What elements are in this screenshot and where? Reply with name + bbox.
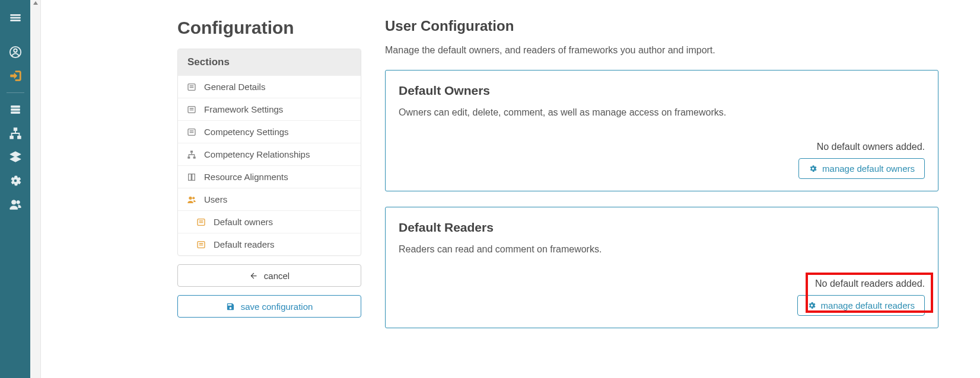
section-label: Default owners: [214, 217, 273, 227]
svg-point-1: [14, 49, 17, 53]
svg-rect-4: [17, 136, 20, 139]
sections-list: General Details Framework Settings Compe…: [178, 75, 361, 255]
sections-header: Sections: [178, 49, 361, 75]
section-resource-alignments[interactable]: Resource Alignments: [178, 165, 361, 188]
user-circle-icon[interactable]: [0, 40, 30, 64]
hamburger-icon[interactable]: [0, 6, 30, 30]
section-competency-relationships[interactable]: Competency Relationships: [178, 143, 361, 165]
section-label: Default readers: [214, 239, 275, 249]
scrollbar-gutter[interactable]: [30, 0, 41, 378]
owners-title: Default Owners: [399, 84, 925, 98]
save-button[interactable]: save configuration: [177, 295, 361, 318]
svg-point-14: [192, 197, 195, 199]
subsection-default-readers[interactable]: Default readers: [178, 233, 361, 255]
svg-rect-3: [9, 136, 13, 139]
section-framework-settings[interactable]: Framework Settings: [178, 98, 361, 120]
users-icon: [186, 195, 197, 204]
gear-icon: [807, 301, 816, 310]
section-label: Competency Settings: [204, 127, 289, 137]
section-label: Competency Relationships: [204, 149, 310, 159]
svg-point-13: [189, 196, 192, 199]
default-readers-card: Default Readers Readers can read and com…: [385, 207, 938, 328]
page-title: Configuration: [177, 18, 361, 38]
readers-desc: Readers can read and comment on framewor…: [399, 244, 925, 255]
readers-empty: No default readers added.: [815, 278, 925, 289]
form-icon: [186, 105, 197, 114]
manage-owners-label: manage default owners: [822, 164, 915, 174]
cancel-label: cancel: [264, 271, 289, 281]
svg-rect-2: [14, 128, 17, 131]
section-users[interactable]: Users: [178, 188, 361, 210]
save-icon: [226, 302, 235, 311]
manage-readers-label: manage default readers: [821, 300, 915, 310]
sections-panel: Sections General Details Framework Setti…: [177, 49, 361, 256]
list-icon[interactable]: [0, 98, 30, 121]
manage-readers-button[interactable]: manage default readers: [797, 295, 925, 316]
default-owners-card: Default Owners Owners can edit, delete, …: [385, 70, 938, 191]
svg-point-5: [11, 200, 15, 204]
svg-rect-10: [190, 150, 193, 152]
gear-icon: [809, 164, 817, 173]
owners-desc: Owners can edit, delete, comment, as wel…: [399, 107, 925, 118]
svg-rect-11: [187, 156, 190, 158]
content-title: User Configuration: [385, 18, 938, 34]
form-icon: [186, 82, 197, 92]
section-label: Users: [204, 194, 227, 204]
left-rail: [0, 0, 30, 378]
cancel-button[interactable]: cancel: [177, 264, 361, 287]
subsection-default-owners[interactable]: Default owners: [178, 210, 361, 233]
main-content: Configuration Sections General Details F…: [41, 0, 980, 378]
gear-icon[interactable]: [0, 169, 30, 193]
logout-icon[interactable]: [0, 64, 30, 88]
section-general-details[interactable]: General Details: [178, 75, 361, 98]
sitemap-icon[interactable]: [0, 121, 30, 145]
content-subtitle: Manage the default owners, and readers o…: [385, 45, 938, 56]
form-icon: [196, 240, 206, 249]
scroll-up-arrow: [33, 1, 38, 5]
manage-owners-button[interactable]: manage default owners: [798, 158, 925, 179]
svg-rect-12: [193, 156, 196, 158]
form-icon: [196, 217, 206, 227]
form-icon: [186, 127, 197, 137]
save-label: save configuration: [241, 302, 313, 312]
section-label: General Details: [204, 82, 265, 92]
section-label: Resource Alignments: [204, 172, 288, 182]
readers-title: Default Readers: [399, 220, 925, 235]
section-label: Framework Settings: [204, 104, 283, 114]
sitemap-icon: [186, 150, 197, 159]
section-competency-settings[interactable]: Competency Settings: [178, 120, 361, 143]
rail-separator: [7, 92, 24, 93]
owners-empty: No default owners added.: [817, 142, 925, 152]
svg-point-6: [16, 201, 20, 204]
users-icon[interactable]: [0, 193, 30, 216]
book-icon: [186, 172, 197, 182]
arrow-left-icon: [249, 271, 258, 280]
layers-icon[interactable]: [0, 145, 30, 169]
